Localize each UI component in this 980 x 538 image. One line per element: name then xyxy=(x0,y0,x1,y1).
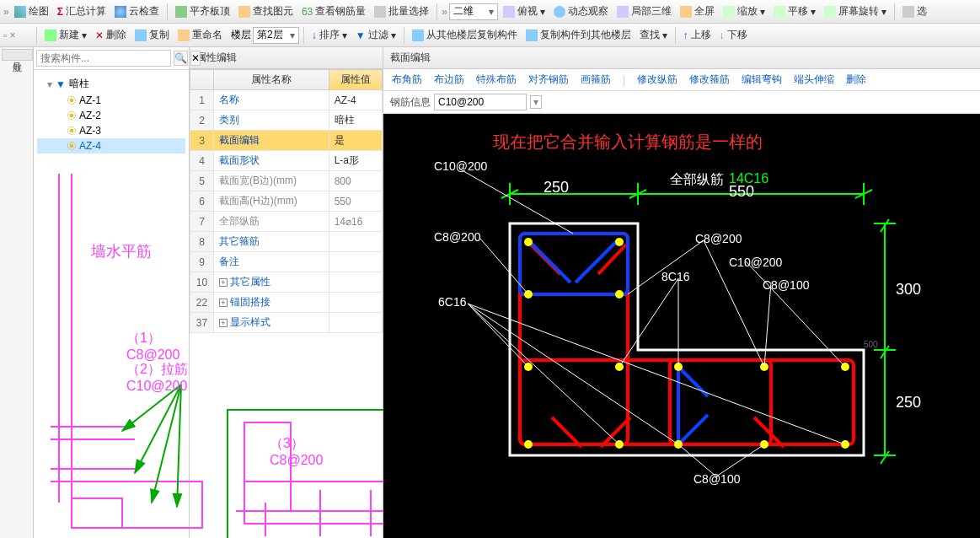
lbl-dim250b: 250 xyxy=(896,394,921,412)
lbl-c8-200-a: C8@200 xyxy=(434,230,480,244)
svg-rect-14 xyxy=(244,482,404,524)
st-7[interactable]: 编辑弯钩 xyxy=(742,73,782,87)
tb-rename[interactable]: 重命名 xyxy=(174,26,226,44)
svg-point-53 xyxy=(615,290,624,299)
lbl-c10-200-b: C10@200 xyxy=(729,256,782,269)
section-viewport[interactable]: 现在把它合并输入计算钢筋是一样的 xyxy=(383,114,980,538)
st-1[interactable]: 布边筋 xyxy=(434,73,464,87)
prop-row[interactable]: 1名称AZ-4 xyxy=(190,90,383,110)
tree-root[interactable]: ▾▼暗柱 xyxy=(37,75,185,93)
tree-leaf-az4[interactable]: AZ-4 xyxy=(37,138,185,153)
main-toolbar-1: » 绘图 Σ汇总计算 云检查 平齐板顶 查找图元 63查看钢筋量 批量选择 » … xyxy=(0,0,980,24)
tb-sort[interactable]: ↓排序 ▾ xyxy=(308,26,351,44)
search-input[interactable] xyxy=(36,50,171,67)
svg-point-51 xyxy=(615,238,624,246)
tb-sum[interactable]: Σ汇总计算 xyxy=(54,3,110,20)
lbl-all-long: 全部纵筋 xyxy=(670,171,724,189)
tb-new[interactable]: 新建 ▾ xyxy=(41,26,90,44)
ann-2: （2）拉筋C10@200 xyxy=(126,361,189,394)
svg-rect-6 xyxy=(72,482,202,528)
tb-orbit[interactable]: 动态观察 xyxy=(550,3,612,20)
prop-title: 属性编辑 xyxy=(190,47,383,69)
lbl-dim550: 550 xyxy=(729,183,754,201)
st-0[interactable]: 布角筋 xyxy=(392,73,422,87)
section-title: 截面编辑 xyxy=(383,47,980,69)
tb-delete[interactable]: ✕删除 xyxy=(92,26,130,44)
tree-leaf-az2[interactable]: AZ-2 xyxy=(37,108,185,123)
svg-line-44 xyxy=(528,240,570,282)
svg-rect-35 xyxy=(520,234,628,444)
prop-row[interactable]: 3截面编辑是 xyxy=(190,131,383,151)
tb-move-down[interactable]: ↓下移 xyxy=(716,26,751,44)
lbl-c8-200-b: C8@200 xyxy=(695,232,742,245)
svg-point-56 xyxy=(524,440,533,449)
section-toolbar: 布角筋 布边筋 特殊布筋 对齐钢筋 画箍筋 | 修改纵筋 修改箍筋 编辑弯钩 端… xyxy=(383,69,980,91)
tb-zoom[interactable]: 缩放 ▾ xyxy=(720,3,768,20)
st-5[interactable]: 修改纵筋 xyxy=(637,73,677,87)
floor-dropdown[interactable]: 第2层 ▾ xyxy=(253,27,299,44)
tb-move-up[interactable]: ↑上移 xyxy=(680,26,715,44)
rebar-info-label: 钢筋信息 xyxy=(390,95,431,110)
lbl-c10-200-a: C10@200 xyxy=(434,159,487,173)
svg-rect-36 xyxy=(520,360,854,444)
lbl-tick500: 500 xyxy=(864,340,878,349)
rebar-dd-icon[interactable]: ▾ xyxy=(530,95,542,109)
svg-rect-46 xyxy=(520,234,628,294)
search-button[interactable]: 🔍 xyxy=(174,51,188,66)
left-annotation-svg xyxy=(34,165,421,538)
tree-panel: 🔍 ✕ ▾▼暗柱 AZ-1 AZ-2 AZ-3 AZ-4 xyxy=(34,47,190,538)
lbl-8c16: 8C16 xyxy=(661,270,689,283)
tb-pan[interactable]: 平移 ▾ xyxy=(770,3,819,20)
ann-1: （1）C8@200 xyxy=(126,330,189,363)
svg-line-10 xyxy=(152,385,181,503)
main-toolbar-2: ▫ × 新建 ▾ ✕删除 复制 重命名 楼层 第2层 ▾ ↓排序 ▾ ▼过滤 ▾… xyxy=(0,24,980,47)
tb-copy-from-floor[interactable]: 从其他楼层复制构件 xyxy=(409,26,521,44)
tb-find-elem[interactable]: 查找图元 xyxy=(235,3,297,20)
tb-view-rebar[interactable]: 63查看钢筋量 xyxy=(298,3,369,20)
svg-line-49 xyxy=(678,415,708,444)
tb-rotate[interactable]: 屏幕旋转 ▾ xyxy=(821,3,890,20)
st-4[interactable]: 画箍筋 xyxy=(581,73,611,87)
svg-rect-7 xyxy=(72,498,122,528)
tree-leaf-az3[interactable]: AZ-3 xyxy=(37,123,185,138)
st-8[interactable]: 端头伸缩 xyxy=(794,73,834,87)
st-2[interactable]: 特殊布筋 xyxy=(476,73,517,87)
tb-copy-to-floor[interactable]: 复制构件到其他楼层 xyxy=(522,26,635,44)
tb-align-top[interactable]: 平齐板顶 xyxy=(172,3,233,20)
section-panel: 截面编辑 布角筋 布边筋 特殊布筋 对齐钢筋 画箍筋 | 修改纵筋 修改箍筋 编… xyxy=(383,47,980,538)
tb-sel[interactable]: 选 xyxy=(899,3,930,20)
svg-line-71 xyxy=(468,304,619,444)
tb-filter[interactable]: ▼过滤 ▾ xyxy=(352,26,399,44)
st-3[interactable]: 对齐钢筋 xyxy=(528,73,569,87)
lbl-dim250a: 250 xyxy=(544,179,569,196)
svg-line-73 xyxy=(468,304,845,444)
tb-batch-sel[interactable]: 批量选择 xyxy=(371,3,432,20)
svg-line-9 xyxy=(135,385,181,473)
tb-cloud[interactable]: 云检查 xyxy=(111,3,163,20)
tb-local-3d[interactable]: 局部三维 xyxy=(613,3,675,20)
tb-draw[interactable]: 绘图 xyxy=(11,3,52,20)
st-6[interactable]: 修改箍筋 xyxy=(689,73,730,87)
tb-top-view[interactable]: 俯视 ▾ xyxy=(500,3,549,20)
st-9[interactable]: 删除 xyxy=(846,73,866,87)
tree-leaf-az1[interactable]: AZ-1 xyxy=(37,93,185,108)
nav-tab[interactable]: 导航 xyxy=(2,49,33,61)
ann-3: （3）C8@200 xyxy=(270,435,323,468)
tb-copy[interactable]: 复制 xyxy=(131,26,173,44)
svg-line-69 xyxy=(764,282,771,367)
tb-fullscreen[interactable]: 全屏 xyxy=(677,3,718,20)
view-mode-dropdown[interactable]: 二维 ▾ xyxy=(449,3,498,20)
svg-line-41 xyxy=(552,417,581,447)
rebar-info-input[interactable] xyxy=(434,94,527,110)
svg-line-40 xyxy=(598,245,626,274)
lbl-dim300: 300 xyxy=(896,281,921,299)
prop-row[interactable]: 2类别暗柱 xyxy=(190,110,383,131)
col-name: 属性名称 xyxy=(214,70,329,90)
search-clear[interactable]: ✕ xyxy=(190,51,201,66)
lbl-6c16: 6C16 xyxy=(438,295,466,309)
svg-line-11 xyxy=(177,385,181,507)
tb-find[interactable]: 查找 ▾ xyxy=(636,26,671,44)
svg-line-72 xyxy=(468,304,678,444)
floor-label: 楼层 xyxy=(231,28,251,42)
svg-point-50 xyxy=(524,238,533,246)
